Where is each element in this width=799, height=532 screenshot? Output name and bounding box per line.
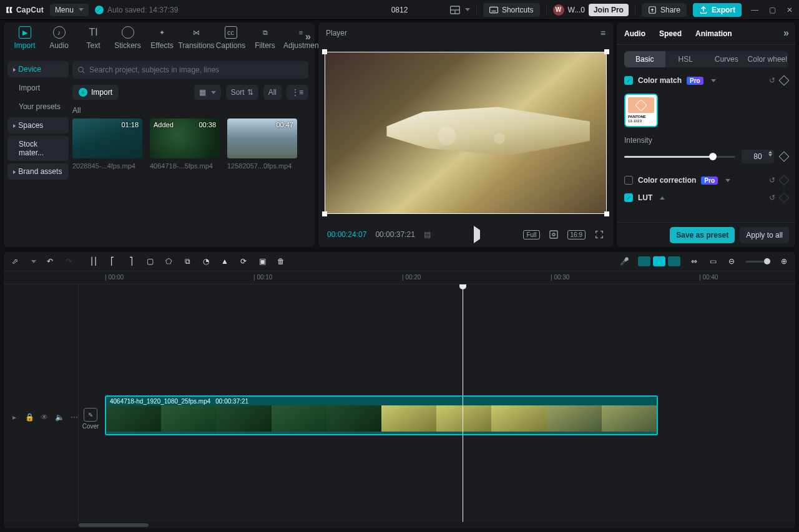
tab-effects[interactable]: ✦Effects: [145, 26, 179, 50]
pointer-tool[interactable]: ⬀: [10, 256, 20, 266]
track-mute-icon[interactable]: 🔈: [55, 413, 64, 422]
intensity-slider[interactable]: [624, 156, 735, 158]
save-preset-button[interactable]: Save as preset: [670, 227, 735, 243]
frame-button[interactable]: ▣: [257, 256, 267, 266]
maximize-button[interactable]: ▢: [768, 6, 777, 14]
slider-thumb[interactable]: [709, 153, 717, 160]
menu-button[interactable]: Menu: [50, 4, 89, 16]
tab-audio[interactable]: ♪Audio: [42, 26, 76, 50]
rtab-animation[interactable]: Animation: [695, 29, 732, 38]
keyframe-icon[interactable]: [779, 193, 790, 203]
tab-stickers[interactable]: Stickers: [110, 26, 145, 50]
player-menu-button[interactable]: ≡: [600, 28, 605, 38]
tab-captions[interactable]: ccCaptions: [213, 26, 248, 50]
keyframe-icon[interactable]: [779, 152, 790, 162]
mirror-button[interactable]: ▲: [220, 256, 230, 266]
subtab-colorwheel[interactable]: Color wheel: [747, 51, 788, 67]
pantone-swatch[interactable]: PANTONE13-1023: [624, 94, 658, 127]
delete-button[interactable]: 🗑: [276, 256, 286, 266]
minimize-button[interactable]: —: [750, 6, 759, 14]
redo-button[interactable]: ↷: [64, 256, 74, 266]
rotate-button[interactable]: ⟳: [238, 256, 248, 266]
import-button[interactable]: + Import: [72, 85, 119, 100]
stepper-icon[interactable]: [768, 151, 772, 157]
shortcuts-button[interactable]: Shortcuts: [483, 3, 540, 17]
play-button[interactable]: [474, 230, 480, 239]
trim-left-button[interactable]: ⎡: [107, 256, 117, 266]
nav-stock[interactable]: Stock mater...: [7, 136, 69, 161]
share-button[interactable]: Share: [642, 3, 687, 17]
cover-button[interactable]: ✎ Cover: [80, 408, 101, 430]
rtab-speed[interactable]: Speed: [659, 29, 682, 38]
split-button[interactable]: ⎮⎮: [89, 256, 99, 266]
apply-all-button[interactable]: Apply to all: [740, 227, 789, 243]
ratio-badge[interactable]: 16:9: [567, 230, 586, 239]
time-ruler[interactable]: | 00:00 | 00:10 | 00:20 | 00:30 | 00:40: [4, 271, 795, 284]
subtab-basic[interactable]: Basic: [624, 51, 665, 67]
timeline-scrollbar[interactable]: [4, 522, 795, 528]
timeline-tracks[interactable]: ▸ 🔒 👁 🔈 ⋯ ✎ Cover 4064718-hd_1920_1080_2…: [4, 284, 795, 522]
safezone-button[interactable]: [549, 230, 559, 239]
tab-transitions[interactable]: ⋈Transitions: [179, 26, 213, 50]
playhead[interactable]: [463, 284, 463, 522]
close-button[interactable]: ✕: [785, 6, 794, 14]
view-mode-button[interactable]: ▦: [194, 85, 221, 100]
media-item[interactable]: 01:18 2028845-...4fps.mp4: [72, 118, 142, 170]
nav-device[interactable]: ▸ Device: [7, 61, 69, 77]
handle-icon[interactable]: [604, 211, 609, 216]
handle-icon[interactable]: [322, 211, 327, 216]
track-more-icon[interactable]: ⋯: [70, 413, 79, 422]
handle-icon[interactable]: [322, 49, 327, 54]
media-item[interactable]: 00:47 12582057...0fps.mp4: [227, 118, 297, 170]
expand-icon[interactable]: »: [783, 27, 789, 39]
chevron-down-icon[interactable]: [31, 260, 36, 263]
crop-button[interactable]: ▢: [145, 256, 155, 266]
media-search[interactable]: Search project, subjects in image, lines: [72, 61, 308, 79]
tab-import[interactable]: ▶Import: [7, 26, 42, 50]
tab-filters[interactable]: ⧉Filters: [248, 26, 282, 50]
user-chip[interactable]: W W...0 Join Pro: [553, 4, 629, 16]
mic-button[interactable]: 🎤: [619, 256, 629, 266]
export-button[interactable]: Export: [693, 3, 742, 17]
trim-right-button[interactable]: ⎤: [126, 256, 136, 266]
auto-align-button[interactable]: ⇔: [689, 256, 699, 266]
checkbox-on-icon[interactable]: ✓: [624, 76, 633, 85]
tab-text[interactable]: TIText: [76, 26, 110, 50]
subtab-hsl[interactable]: HSL: [665, 51, 707, 67]
track-visible-icon[interactable]: 👁: [40, 413, 49, 422]
rtab-audio[interactable]: Audio: [624, 29, 645, 38]
zoom-fit-button[interactable]: ▭: [708, 256, 718, 266]
player-viewport[interactable]: [325, 52, 607, 214]
mask-button[interactable]: ⬠: [164, 256, 174, 266]
undo-button[interactable]: ↶: [45, 256, 55, 266]
reset-button[interactable]: ↺: [769, 76, 775, 85]
track-add-icon[interactable]: ▸: [10, 413, 19, 422]
layout-button[interactable]: [450, 6, 470, 14]
tab-adjustment[interactable]: ≡Adjustment: [282, 26, 320, 50]
list-toggle[interactable]: ▤: [424, 230, 431, 239]
chevron-down-icon[interactable]: [660, 196, 665, 200]
nav-presets[interactable]: Your presets: [7, 99, 69, 115]
filter-all-button[interactable]: All: [263, 85, 282, 100]
tabs-more-icon[interactable]: »: [305, 31, 311, 42]
chevron-down-icon[interactable]: [711, 79, 716, 82]
speed-button[interactable]: ◔: [201, 256, 211, 266]
chevron-down-icon[interactable]: [725, 179, 730, 182]
sort-button[interactable]: Sort ⇅: [226, 85, 258, 100]
fullscreen-button[interactable]: [594, 230, 604, 239]
handle-icon[interactable]: [604, 49, 609, 54]
nav-spaces[interactable]: ▸ Spaces: [7, 117, 69, 133]
zoom-out-button[interactable]: ⊖: [727, 256, 737, 266]
filter-button[interactable]: ⋮≡: [287, 85, 308, 100]
nav-import[interactable]: Import: [7, 80, 69, 96]
duplicate-button[interactable]: ⧉: [182, 256, 192, 266]
zoom-slider[interactable]: [745, 261, 770, 263]
reset-button[interactable]: ↺: [769, 193, 775, 202]
track-lock-icon[interactable]: 🔒: [25, 413, 34, 422]
checkbox-on-icon[interactable]: ✓: [624, 193, 633, 202]
media-item[interactable]: Added00:38 4064718-...5fps.mp4: [150, 118, 220, 170]
timeline-clip[interactable]: 4064718-hd_1920_1080_25fps.mp4 00:00:37:…: [105, 395, 658, 435]
keyframe-icon[interactable]: [779, 75, 790, 86]
checkbox-off-icon[interactable]: [624, 176, 633, 185]
full-badge[interactable]: Full: [523, 230, 539, 239]
